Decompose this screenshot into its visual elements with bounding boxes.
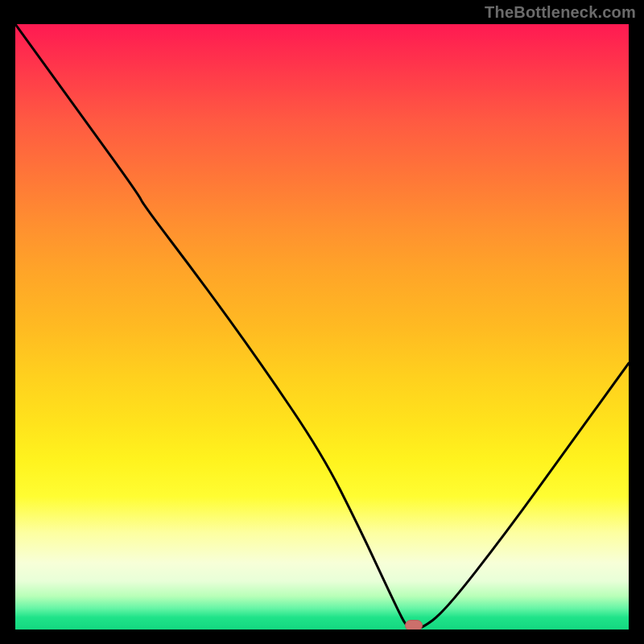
attribution-text: TheBottleneck.com <box>485 3 636 22</box>
plot-area <box>15 24 629 630</box>
bottleneck-curve <box>15 24 629 630</box>
chart-frame: TheBottleneck.com <box>0 0 644 644</box>
optimum-marker <box>405 620 423 630</box>
